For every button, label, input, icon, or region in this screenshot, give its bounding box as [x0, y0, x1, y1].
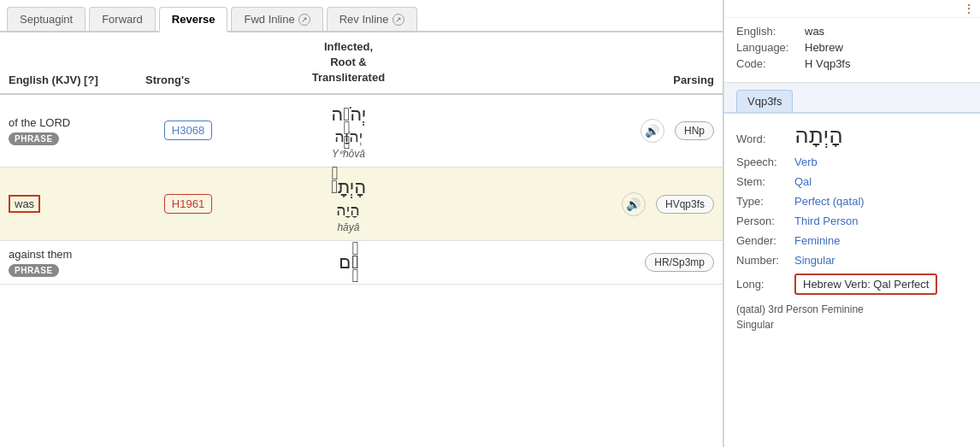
cell-inflected-2: הָיְתָה֙ הָיָה hāyâ [239, 168, 458, 241]
tab-bar: Septuagint Forward Reverse Fwd Inline ↗ … [0, 0, 723, 32]
col-header-parsing: Parsing [458, 32, 723, 94]
info-language-row: Language: Hebrew [736, 41, 968, 54]
transliteration-1: Yᵉhōvâ [248, 148, 449, 160]
info-language-label: Language: [736, 41, 805, 54]
lexicon-table: English (KJV) [?] Strong's Inflected,Roo… [0, 32, 723, 285]
audio-button-2[interactable]: 🔊 [622, 192, 646, 216]
col-header-strongs: Strong's [137, 32, 239, 94]
right-details-section: Word: הָיְתָה Speech: Verb Stem: Qal Typ… [724, 114, 980, 447]
audio-button-1[interactable]: 🔊 [641, 119, 664, 143]
detail-speech-value[interactable]: Verb [794, 156, 818, 168]
detail-type-value[interactable]: Perfect (qatal) [794, 195, 865, 208]
fwd-inline-icon: ↗ [298, 14, 310, 26]
strongs-link-h1961[interactable]: H1961 [164, 194, 212, 214]
col-header-inflected: Inflected,Root &Transliterated [239, 32, 458, 94]
detail-word-row: Word: הָיְתָה [736, 122, 968, 149]
info-code-label: Code: [736, 57, 805, 70]
col-header-inflected-text: Inflected,Root &Transliterated [312, 40, 385, 84]
info-code-value: H Vqp3fs [805, 57, 850, 70]
table-row: against them PHRASE בָּ֔ם HR/Sp3mp [0, 241, 723, 285]
cell-parsing-3: HR/Sp3mp [458, 241, 723, 285]
right-tab-vqp3fs[interactable]: Vqp3fs [736, 90, 793, 112]
detail-speech-label: Speech: [736, 156, 794, 168]
detail-type-row: Type: Perfect (qatal) [736, 195, 968, 208]
english-text-was: was [9, 195, 40, 213]
right-panel: ⋮ English: was Language: Hebrew Code: H … [723, 0, 980, 447]
tab-rev-inline-label: Rev Inline [339, 13, 389, 26]
cell-parsing-1: 🔊 HNp [458, 94, 723, 168]
info-english-row: English: was [736, 25, 968, 38]
hebrew-top-2: הָיְתָה֙ [248, 174, 449, 201]
detail-type-label: Type: [736, 195, 794, 208]
english-text-against-them: against them [9, 248, 72, 261]
table-header-row: English (KJV) [?] Strong's Inflected,Roo… [0, 32, 723, 94]
info-language-value: Hebrew [805, 41, 843, 54]
cell-strongs-3 [137, 241, 239, 285]
table-row: of the LORD PHRASE H3068 יְהֹוָ֣ה יְהֹוָ… [0, 94, 723, 168]
detail-stem-label: Stem: [736, 175, 794, 188]
hebrew-top-3: בָּ֔ם [248, 250, 449, 276]
detail-stem-value[interactable]: Qal [794, 175, 812, 188]
parsing-badge-hr[interactable]: HR/Sp3mp [645, 253, 714, 272]
tab-rev-inline[interactable]: Rev Inline ↗ [327, 7, 417, 31]
detail-number-row: Number: Singular [736, 254, 968, 267]
right-panel-top-info: English: was Language: Hebrew Code: H Vq… [724, 18, 980, 83]
english-text-of-the-lord: of the LORD [9, 116, 70, 129]
detail-person-value[interactable]: Third Person [794, 215, 858, 227]
top-dots-bar: ⋮ [724, 0, 980, 18]
tab-forward[interactable]: Forward [89, 7, 156, 31]
transliteration-2: hāyâ [248, 221, 449, 233]
cell-english-was: was [0, 168, 137, 241]
tab-fwd-inline-label: Fwd Inline [244, 13, 294, 26]
cell-english-against-them: against them PHRASE [0, 241, 137, 285]
cell-inflected-3: בָּ֔ם [239, 241, 458, 285]
detail-long-label: Long: [736, 278, 794, 291]
table-row: was H1961 הָיְתָה֙ הָיָה hāyâ 🔊 [0, 168, 723, 241]
hebrew-bottom-1: יְהֹוָה [248, 127, 449, 146]
info-english-value: was [805, 25, 824, 38]
detail-long-row: Long: Hebrew Verb: Qal Perfect [736, 273, 968, 295]
cell-inflected-1: יְהֹוָ֣ה יְהֹוָה Yᵉhōvâ [239, 94, 458, 168]
detail-gender-label: Gender: [736, 234, 794, 247]
detail-speech-row: Speech: Verb [736, 156, 968, 168]
detail-long-description: (qatal) 3rd Person FeminineSingular [736, 302, 968, 332]
parsing-badge-hvqp3fs[interactable]: HVqp3fs [656, 195, 714, 214]
detail-number-value[interactable]: Singular [794, 254, 835, 267]
hebrew-bottom-2: הָיָה [248, 201, 449, 220]
cell-parsing-2: 🔊 HVqp3fs [458, 168, 723, 241]
phrase-badge-1: PHRASE [9, 132, 59, 145]
tab-reverse[interactable]: Reverse [159, 7, 228, 32]
detail-person-label: Person: [736, 215, 794, 227]
hebrew-top-1: יְהֹוָ֣ה [248, 102, 449, 128]
col-header-english: English (KJV) [?] [0, 32, 137, 94]
detail-stem-row: Stem: Qal [736, 175, 968, 188]
cell-english-of-the-lord: of the LORD PHRASE [0, 94, 137, 168]
phrase-badge-3: PHRASE [9, 264, 59, 277]
tab-septuagint[interactable]: Septuagint [7, 7, 86, 31]
strongs-link-h3068[interactable]: H3068 [164, 121, 212, 140]
detail-gender-value[interactable]: Feminine [794, 234, 840, 247]
main-table-area: English (KJV) [?] Strong's Inflected,Roo… [0, 32, 723, 447]
right-tab-bar: Vqp3fs [724, 83, 980, 114]
info-english-label: English: [736, 25, 805, 38]
detail-gender-row: Gender: Feminine [736, 234, 968, 247]
left-panel: Septuagint Forward Reverse Fwd Inline ↗ … [0, 0, 723, 447]
detail-person-row: Person: Third Person [736, 215, 968, 227]
dots-icon: ⋮ [963, 2, 975, 15]
detail-number-label: Number: [736, 254, 794, 267]
detail-word-label: Word: [736, 132, 794, 145]
cell-strongs-2: H1961 [137, 168, 239, 241]
info-code-row: Code: H Vqp3fs [736, 57, 968, 70]
rev-inline-icon: ↗ [393, 14, 404, 26]
detail-long-value: Hebrew Verb: Qal Perfect [794, 273, 937, 295]
tab-fwd-inline[interactable]: Fwd Inline ↗ [231, 7, 322, 31]
parsing-badge-hnp[interactable]: HNp [675, 121, 714, 140]
detail-word-value: הָיְתָה [794, 122, 843, 149]
cell-strongs-1: H3068 [137, 94, 239, 168]
